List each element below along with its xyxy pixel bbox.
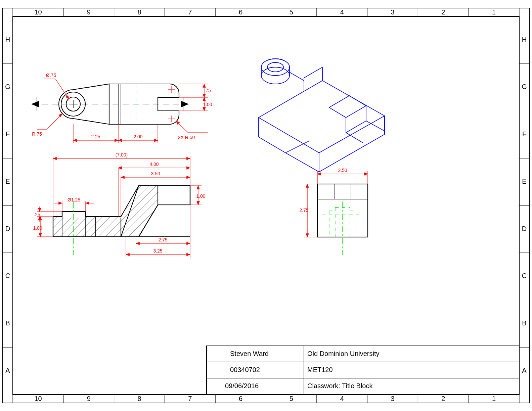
col-label: 7 bbox=[188, 8, 192, 16]
row-label: A bbox=[522, 367, 527, 374]
row-label: H bbox=[522, 36, 527, 43]
col-label: 1 bbox=[492, 8, 496, 16]
dim-025: .25 bbox=[34, 212, 40, 217]
top-view bbox=[32, 84, 188, 124]
col-label: 10 bbox=[34, 8, 42, 16]
col-label: 2 bbox=[441, 395, 445, 402]
row-label: F bbox=[6, 130, 10, 138]
col-label: 9 bbox=[87, 8, 91, 16]
row-label: E bbox=[5, 178, 10, 185]
row-label: E bbox=[522, 178, 526, 185]
row-label: H bbox=[5, 36, 10, 43]
row-label: C bbox=[522, 272, 527, 279]
dim-200: 2.00 bbox=[133, 134, 142, 139]
dim-100b: 1.00 bbox=[203, 102, 212, 107]
col-label: 9 bbox=[87, 395, 91, 402]
dim-r075: R.75 bbox=[32, 131, 42, 137]
dim-100r: 1.00 bbox=[196, 193, 205, 199]
tb-name: Steven Ward bbox=[230, 350, 269, 357]
col-label: 1 bbox=[492, 395, 496, 402]
section-view bbox=[53, 186, 190, 255]
tb-assign: Classwork: Title Block bbox=[307, 382, 373, 390]
col-label: 7 bbox=[188, 395, 192, 402]
col-label: 2 bbox=[441, 8, 445, 16]
row-label: B bbox=[522, 319, 526, 327]
dim-400: 4.00 bbox=[149, 162, 159, 167]
dim-075b: .75 bbox=[204, 88, 211, 93]
tb-course: MET120 bbox=[307, 366, 333, 373]
col-label: 6 bbox=[239, 8, 242, 16]
column-ticks bbox=[63, 8, 469, 403]
row-label: G bbox=[5, 83, 10, 90]
col-label: 5 bbox=[290, 8, 293, 16]
dim-275s: 2.75 bbox=[299, 208, 308, 213]
svg-rect-69 bbox=[158, 186, 190, 205]
svg-rect-1 bbox=[3, 8, 529, 403]
row-label: D bbox=[522, 225, 527, 232]
section-view-dims: (7.00) 4.00 3.50 Ø1.25 .25 1.00 1.00 bbox=[33, 152, 205, 259]
col-label: 8 bbox=[137, 8, 141, 16]
row-label: A bbox=[5, 367, 10, 374]
dim-125: Ø1.25 bbox=[68, 197, 80, 202]
row-label: C bbox=[5, 272, 10, 279]
tb-date: 09/06/2016 bbox=[225, 382, 259, 390]
row-label: D bbox=[5, 225, 10, 232]
col-label: 4 bbox=[340, 8, 344, 16]
row-label: G bbox=[522, 83, 527, 90]
dim-r050: 2X R.50 bbox=[178, 135, 195, 140]
col-label: 10 bbox=[34, 395, 42, 402]
col-label: 5 bbox=[290, 395, 293, 402]
col-label: 4 bbox=[340, 395, 344, 402]
col-label: 8 bbox=[137, 395, 141, 402]
iso-view bbox=[259, 59, 385, 172]
row-label: B bbox=[5, 319, 10, 327]
dim-275b: 2.75 bbox=[158, 237, 167, 242]
side-view-dims: 2.50 2.75 bbox=[299, 168, 368, 237]
side-view bbox=[317, 184, 368, 255]
dim-225: 2.25 bbox=[91, 134, 100, 139]
col-label: 6 bbox=[239, 395, 242, 402]
tb-id: 00340702 bbox=[230, 366, 260, 373]
dim-100l: 1.00 bbox=[33, 225, 42, 231]
col-label: 3 bbox=[391, 8, 394, 16]
sheet-border: 10987654321 10987654321 HGFEDCBA HGFEDCB… bbox=[3, 8, 529, 403]
title-block: Steven Ward Old Dominion University 0034… bbox=[207, 346, 519, 395]
dim-350: 3.50 bbox=[151, 171, 160, 176]
dim-325: 3.25 bbox=[153, 248, 162, 254]
tb-school: Old Dominion University bbox=[307, 350, 380, 357]
dim-700: (7.00) bbox=[116, 152, 128, 157]
dim-diam075: Ø.75 bbox=[46, 73, 56, 78]
row-ticks bbox=[3, 64, 529, 348]
col-label: 3 bbox=[391, 395, 394, 402]
drawing-sheet: 10987654321 10987654321 HGFEDCBA HGFEDCB… bbox=[0, 0, 532, 411]
dim-250: 2.50 bbox=[338, 168, 347, 173]
row-label: F bbox=[522, 130, 526, 138]
